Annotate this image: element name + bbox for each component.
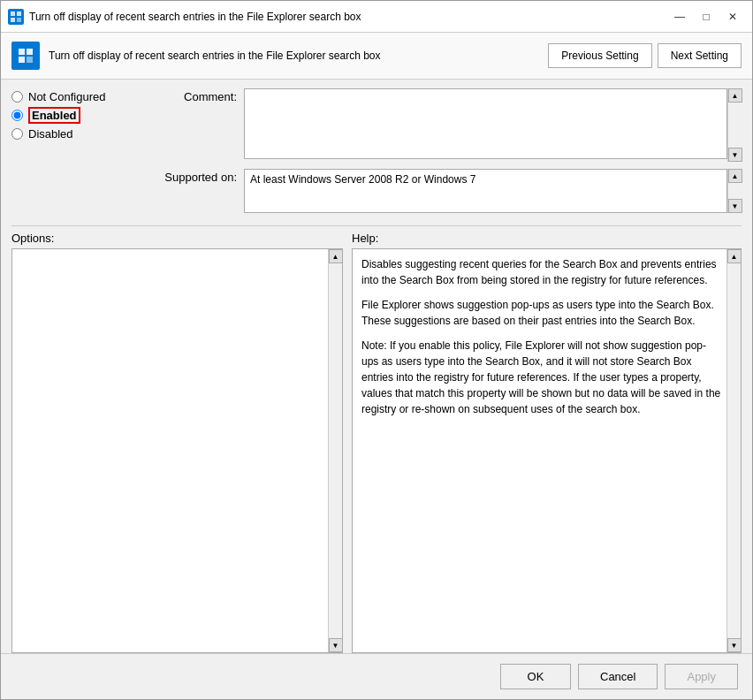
svg-rect-4 (19, 49, 25, 55)
not-configured-radio[interactable] (11, 91, 23, 103)
radio-section: Not Configured Enabled Disabled (11, 88, 157, 213)
help-scrollbar: ▲ ▼ (726, 249, 741, 652)
comment-field-row: Comment: ▲ ▼ (157, 88, 742, 162)
options-panel: ▲ ▼ (11, 248, 343, 653)
svg-rect-3 (17, 18, 21, 22)
title-bar: Turn off display of recent search entrie… (1, 1, 752, 33)
options-scroll-down-icon[interactable]: ▼ (329, 638, 343, 652)
footer: OK Cancel Apply (1, 653, 752, 699)
help-para-2: File Explorer shows suggestion pop-ups a… (361, 297, 723, 329)
comment-scrollbar: ▲ ▼ (727, 88, 742, 162)
disabled-label[interactable]: Disabled (28, 127, 73, 141)
svg-rect-5 (27, 49, 33, 55)
svg-rect-6 (19, 57, 25, 63)
not-configured-row[interactable]: Not Configured (11, 88, 157, 105)
help-scroll-up-icon[interactable]: ▲ (727, 249, 742, 263)
disabled-row[interactable]: Disabled (11, 126, 157, 142)
help-para-1: Disables suggesting recent queries for t… (361, 256, 723, 288)
options-header: Options: (11, 232, 343, 245)
enabled-row[interactable]: Enabled (11, 105, 157, 126)
options-scrollbar: ▲ ▼ (328, 249, 342, 652)
divider (11, 225, 742, 226)
options-scroll-up-icon[interactable]: ▲ (329, 249, 343, 263)
svg-rect-0 (11, 11, 15, 16)
main-window: Turn off display of recent search entrie… (0, 0, 753, 700)
apply-button[interactable]: Apply (665, 664, 738, 689)
scroll-down-icon[interactable]: ▼ (728, 148, 742, 162)
scroll-up-icon[interactable]: ▲ (728, 88, 742, 103)
supported-value: At least Windows Server 2008 R2 or Windo… (244, 169, 727, 213)
window-controls: — □ ✕ (667, 7, 745, 27)
enabled-label[interactable]: Enabled (28, 107, 80, 124)
help-col: Help: Disables suggesting recent queries… (352, 232, 742, 653)
bottom-section: Options: ▲ ▼ Help: Disables suggesting r… (11, 232, 742, 653)
enabled-radio[interactable] (11, 110, 23, 121)
right-col: Comment: ▲ ▼ Supported on: At least Wind… (157, 88, 742, 213)
window-title: Turn off display of recent search entrie… (29, 11, 667, 23)
supported-field-row: Supported on: At least Windows Server 20… (157, 169, 742, 213)
help-para-3: Note: If you enable this policy, File Ex… (361, 338, 723, 417)
supported-scroll-down-icon[interactable]: ▼ (728, 199, 742, 213)
supported-wrapper: At least Windows Server 2008 R2 or Windo… (244, 169, 742, 213)
help-scroll-down-icon[interactable]: ▼ (727, 638, 742, 652)
supported-scrollbar: ▲ ▼ (727, 169, 742, 213)
top-section: Not Configured Enabled Disabled Comment: (11, 88, 742, 213)
previous-setting-button[interactable]: Previous Setting (548, 43, 651, 68)
header-icon (11, 42, 40, 70)
header-buttons: Previous Setting Next Setting (548, 43, 742, 68)
window-icon (8, 9, 24, 25)
help-header: Help: (352, 232, 742, 245)
ok-button[interactable]: OK (500, 664, 571, 689)
supported-label: Supported on: (157, 169, 237, 184)
disabled-radio[interactable] (11, 128, 23, 140)
next-setting-button[interactable]: Next Setting (658, 43, 742, 68)
svg-rect-7 (27, 57, 33, 63)
help-panel: Disables suggesting recent queries for t… (352, 248, 742, 653)
comment-wrapper: ▲ ▼ (244, 88, 742, 162)
comment-label: Comment: (157, 88, 237, 103)
cancel-button[interactable]: Cancel (578, 664, 658, 689)
close-button[interactable]: ✕ (720, 7, 745, 27)
header-title: Turn off display of recent search entrie… (49, 49, 539, 62)
svg-rect-2 (11, 18, 15, 22)
svg-rect-1 (17, 11, 21, 16)
options-content (12, 249, 342, 652)
restore-button[interactable]: □ (694, 7, 719, 27)
not-configured-label[interactable]: Not Configured (28, 90, 105, 103)
options-col: Options: ▲ ▼ (11, 232, 343, 653)
supported-scroll-up-icon[interactable]: ▲ (728, 169, 742, 183)
comment-textarea[interactable] (244, 88, 727, 159)
minimize-button[interactable]: — (667, 7, 692, 27)
help-content: Disables suggesting recent queries for t… (353, 249, 741, 652)
header-bar: Turn off display of recent search entrie… (1, 33, 752, 80)
main-content: Not Configured Enabled Disabled Comment: (1, 80, 752, 653)
